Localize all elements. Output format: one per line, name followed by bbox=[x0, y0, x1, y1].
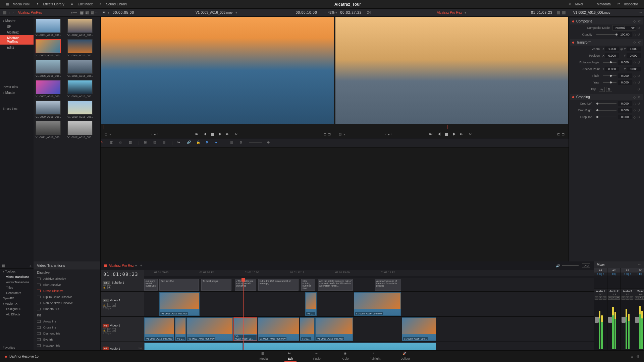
reset-icon[interactable]: ↺ bbox=[637, 109, 641, 112]
track-lane[interactable]: our story we tell ourselvesBuilt in 1934… bbox=[144, 278, 594, 291]
fx-item[interactable]: Non-Additive Dissolve bbox=[34, 300, 100, 306]
anchor-x-input[interactable] bbox=[605, 67, 619, 71]
fx-item[interactable]: Cross Iris bbox=[34, 324, 100, 330]
subtitle-clip[interactable]: our story we tell ourselves bbox=[144, 279, 158, 291]
solo-button[interactable]: S bbox=[599, 296, 602, 300]
bin-view-icon[interactable] bbox=[3, 11, 6, 14]
clip-thumbnail[interactable]: V1-0009_A016_006... bbox=[36, 101, 61, 118]
prev-marker-icon[interactable]: ‹ bbox=[151, 132, 152, 136]
fx-view-icon[interactable]: ▦ bbox=[2, 264, 5, 267]
edit-page-button[interactable]: ✂Edit bbox=[284, 351, 297, 362]
timeline-name[interactable]: Alcatraz Pro Rez bbox=[434, 11, 465, 14]
clip-thumbnail[interactable]: V1-0008_A016_006... bbox=[67, 80, 93, 98]
eq-graph[interactable] bbox=[594, 276, 607, 289]
last-frame-button[interactable]: ⏭ bbox=[460, 132, 464, 136]
mute-button[interactable]: M bbox=[616, 296, 620, 300]
marker-dot-icon[interactable]: ● bbox=[154, 132, 156, 136]
fx-video-transitions[interactable]: Video Transitions bbox=[0, 274, 34, 280]
link-icon[interactable]: ⊘ bbox=[620, 47, 623, 51]
playhead[interactable] bbox=[243, 278, 244, 350]
clip-thumbnail[interactable]: V1-0002_A016_006... bbox=[67, 19, 93, 37]
zoom-slider[interactable] bbox=[249, 142, 262, 143]
subtitle-clip[interactable]: but to the 250 inmates held on average, bbox=[258, 279, 299, 291]
fx-item[interactable]: Dip To Color Dissolve bbox=[34, 294, 100, 300]
media-pool-tab[interactable]: ▦Media Pool bbox=[3, 0, 33, 8]
fairlight-page-button[interactable]: ♪Fairlight bbox=[366, 351, 384, 362]
power-bins-header[interactable]: Power Bins bbox=[0, 84, 34, 90]
track-header-a1[interactable]: A1Audio 12.0 🔒◫SM 2 Clips bbox=[101, 342, 144, 350]
play-button[interactable] bbox=[453, 132, 455, 136]
keyframe-icon[interactable]: ◇ bbox=[633, 115, 636, 119]
effects-library-tab[interactable]: ✦Effects Library bbox=[33, 0, 68, 8]
source-scrubber[interactable] bbox=[101, 124, 334, 130]
lock-icon[interactable]: 🔒 bbox=[103, 285, 106, 289]
clip-thumbnail[interactable]: V1-0005_A016_006... bbox=[36, 60, 61, 77]
timeline-clip[interactable]: V1-0003_A016_006.mov bbox=[159, 292, 200, 316]
fx-fairlightfx[interactable]: FairlightFX bbox=[0, 306, 34, 312]
enable-dot-icon[interactable] bbox=[572, 20, 574, 22]
lock-icon[interactable]: 🔒 bbox=[103, 328, 106, 332]
timeline-clip[interactable]: Stress Free 20170810 1346.aif bbox=[144, 343, 243, 350]
last-frame-button[interactable]: ⏭ bbox=[226, 132, 230, 136]
crop-top-input[interactable] bbox=[618, 115, 632, 119]
clip-thumbnail[interactable]: V1-0007_A016_006... bbox=[36, 80, 61, 98]
keyframe-icon[interactable]: ◇ bbox=[633, 81, 636, 84]
nav-back[interactable]: ‹ bbox=[9, 11, 10, 14]
reset-icon[interactable]: ↺ bbox=[637, 81, 641, 84]
timeline-ruler[interactable]: 01:01:05:00 01:01:07:12 01:01:10:00 01:0… bbox=[144, 270, 594, 276]
fx-item[interactable]: Blur Dissolve bbox=[34, 282, 100, 288]
media-page-button[interactable]: ▦Media bbox=[256, 351, 271, 362]
source-clip-name[interactable]: V1-0003_A016_006.mov bbox=[193, 11, 235, 14]
enable-icon[interactable]: ◉ bbox=[107, 285, 111, 289]
keyframe-icon[interactable]: ◇ bbox=[633, 74, 636, 78]
bin-item-active[interactable]: Alcatraz ProRes bbox=[0, 35, 34, 45]
timeline-clip[interactable]: V1-0002_A016_006.mov bbox=[186, 317, 233, 341]
track-header-v1[interactable]: V1Video 1 🔒◫▭ 8 Clips bbox=[101, 317, 144, 342]
fx-audio-transitions[interactable]: Audio Transitions bbox=[0, 280, 34, 285]
home-icon[interactable]: ⌂ bbox=[631, 355, 633, 358]
timeline-clip[interactable]: V1-0002_A016_006.mov bbox=[354, 292, 401, 316]
first-frame-button[interactable]: ⏮ bbox=[195, 132, 199, 136]
loop-button[interactable]: ↻ bbox=[235, 132, 239, 136]
loop-button[interactable]: ↻ bbox=[469, 132, 473, 136]
opacity-slider[interactable] bbox=[596, 34, 616, 35]
reset-icon[interactable]: ↺ bbox=[637, 26, 641, 29]
clip-thumbnail[interactable]: V1-0012_A016_006... bbox=[67, 121, 93, 139]
fusion-page-button[interactable]: ∞Fusion bbox=[310, 351, 326, 362]
subtitle-clip[interactable]: To most people bbox=[201, 279, 231, 291]
program-scrubber[interactable] bbox=[335, 124, 568, 130]
eq-graph[interactable] bbox=[621, 276, 634, 289]
timeline-clip[interactable]: Stress Free 20170810 1346.aif bbox=[244, 343, 436, 350]
timeline-active-name[interactable]: Alcatraz Pro Rez bbox=[109, 264, 134, 267]
bin-item[interactable]: SF bbox=[0, 24, 34, 29]
pos-x-input[interactable] bbox=[605, 53, 619, 58]
reset-icon[interactable]: ↺ bbox=[638, 41, 641, 44]
fx-item[interactable]: Eye Iris bbox=[34, 337, 100, 343]
enable-dot-icon[interactable] bbox=[572, 96, 574, 98]
clip-thumbnail-selected[interactable]: V1-0003_A016_006... bbox=[36, 39, 61, 57]
solo-button[interactable]: S bbox=[612, 296, 616, 300]
search-icon[interactable]: ⌕ bbox=[91, 11, 94, 14]
eq-graph[interactable] bbox=[634, 276, 644, 289]
bin-item[interactable]: Alcatraz bbox=[0, 29, 34, 35]
reset-icon[interactable]: ↺ bbox=[638, 19, 641, 23]
fx-item[interactable]: Smooth Cut bbox=[34, 306, 100, 312]
keyframe-icon[interactable]: ◇ bbox=[633, 61, 636, 64]
view-options-icon[interactable]: ☰ bbox=[230, 140, 235, 145]
single-viewer-icon[interactable] bbox=[562, 11, 566, 14]
deliver-page-button[interactable]: 🚀Deliver bbox=[397, 351, 413, 362]
track-lane[interactable]: V1-0006_A016_006.movV1-0...V1-0002_A016_… bbox=[144, 317, 594, 342]
mark-in-icon[interactable]: ⊏ bbox=[323, 132, 326, 136]
blade-tool[interactable]: ▥ bbox=[129, 140, 133, 145]
audio-mute-icon[interactable]: 🔊 bbox=[556, 264, 560, 267]
prev-frame-button[interactable] bbox=[438, 132, 440, 136]
crop-right-slider[interactable] bbox=[596, 110, 616, 111]
mixer-more-icon[interactable]: ⋯ bbox=[638, 263, 641, 266]
subtitle-clip[interactable]: and the strictly enforced rule of silenc… bbox=[318, 279, 353, 291]
settings-icon[interactable]: ⚙ bbox=[636, 355, 639, 358]
subtitle-clip[interactable]: with nothing but their wool, bbox=[301, 279, 315, 291]
dynamic-trim-tool[interactable]: ⧈ bbox=[119, 140, 124, 145]
rotation-slider[interactable] bbox=[603, 62, 616, 63]
fx-audiofx[interactable]: ▾ Audio FX bbox=[0, 301, 34, 306]
keyframe-icon[interactable]: ◇ bbox=[633, 33, 636, 37]
